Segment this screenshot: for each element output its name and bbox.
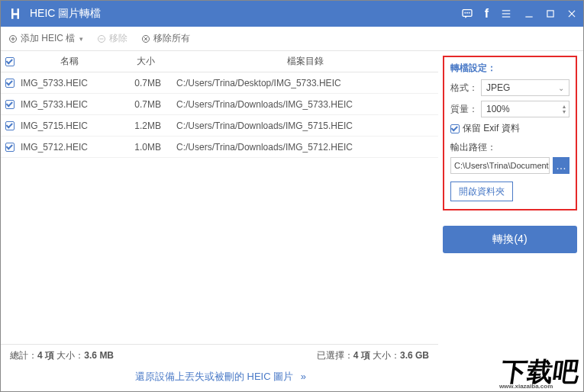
svg-point-3 xyxy=(469,12,469,13)
table-row[interactable]: IMG_5733.HEIC0.7MBC:/Users/Trina/Downloa… xyxy=(1,94,438,115)
spinner-arrows-icon[interactable]: ▴▾ xyxy=(563,104,566,114)
header-path[interactable]: 檔案目錄 xyxy=(172,55,438,68)
row-path: C:/Users/Trina/Desktop/IMG_5733.HEIC xyxy=(172,78,438,88)
quality-value: 100% xyxy=(486,104,563,114)
toolbar: 添加 HEIC 檔 ▾ 移除 移除所有 xyxy=(1,27,583,51)
settings-panel: 轉檔設定： 格式： JPEG ⌄ 質量： 100% ▴▾ xyxy=(438,51,583,391)
row-checkbox[interactable] xyxy=(5,79,15,88)
row-size: 1.2MB xyxy=(120,120,172,131)
row-path: C:/Users/Trina/Downloads/IMG_5712.HEIC xyxy=(172,142,438,153)
chevron-right-icon: » xyxy=(301,371,304,382)
quality-label: 質量： xyxy=(450,103,478,116)
convert-label: 轉換(4) xyxy=(492,233,527,246)
open-folder-button[interactable]: 開啟資料夾 xyxy=(450,182,513,201)
table-header: 名稱 大小 檔案目錄 xyxy=(1,51,438,72)
exif-label: 保留 Exif 資料 xyxy=(463,122,520,135)
facebook-icon[interactable]: f xyxy=(485,7,489,21)
file-list-panel: 名稱 大小 檔案目錄 IMG_5733.HEIC0.7MBC:/Users/Tr… xyxy=(1,51,438,391)
format-value: JPEG xyxy=(486,82,558,93)
chevron-down-icon: ⌄ xyxy=(558,84,564,92)
remove-all-button[interactable]: 移除所有 xyxy=(141,32,190,45)
titlebar: HEIC 圖片轉檔 f xyxy=(1,1,583,27)
close-button[interactable] xyxy=(566,8,577,19)
row-size: 1.0MB xyxy=(120,142,172,153)
row-size: 0.7MB xyxy=(120,78,172,88)
format-select[interactable]: JPEG ⌄ xyxy=(481,79,569,96)
chevron-down-icon: ▾ xyxy=(79,35,83,43)
quality-spinner[interactable]: 100% ▴▾ xyxy=(481,101,569,117)
table-row[interactable]: IMG_5715.HEIC1.2MBC:/Users/Trina/Downloa… xyxy=(1,115,438,137)
row-name: IMG_5712.HEIC xyxy=(19,142,120,153)
svg-point-2 xyxy=(466,12,467,13)
maximize-button[interactable] xyxy=(545,8,556,19)
recover-link[interactable]: 還原設備上丟失或被刪的 HEIC 圖片 » xyxy=(1,364,438,391)
header-name[interactable]: 名稱 xyxy=(19,55,120,68)
status-bar: 總計：4 項 大小：3.6 MB 已選擇：4 項 大小：3.6 GB xyxy=(1,344,438,364)
minimize-button[interactable] xyxy=(524,8,534,19)
status-total: 總計：4 項 大小：3.6 MB xyxy=(10,349,114,362)
exif-checkbox[interactable] xyxy=(450,124,460,133)
row-path: C:/Users/Trina/Downloads/IMG_5733.HEIC xyxy=(172,99,438,110)
format-label: 格式： xyxy=(450,82,478,95)
remove-button: 移除 xyxy=(97,32,127,45)
remove-label: 移除 xyxy=(109,32,127,45)
add-file-button[interactable]: 添加 HEIC 檔 ▾ xyxy=(8,32,83,45)
feedback-icon[interactable] xyxy=(460,8,474,20)
row-checkbox[interactable] xyxy=(5,100,15,109)
svg-rect-8 xyxy=(547,11,553,17)
settings-box: 轉檔設定： 格式： JPEG ⌄ 質量： 100% ▴▾ xyxy=(443,56,577,210)
browse-button[interactable]: … xyxy=(553,157,569,174)
row-checkbox[interactable] xyxy=(5,121,15,130)
recover-label: 還原設備上丟失或被刪的 HEIC 圖片 xyxy=(135,371,293,382)
add-file-label: 添加 HEIC 檔 xyxy=(21,32,75,45)
app-window: HEIC 圖片轉檔 f 添加 HEIC 檔 ▾ xyxy=(0,0,584,392)
menu-icon[interactable] xyxy=(499,8,513,19)
table-row[interactable]: IMG_5733.HEIC0.7MBC:/Users/Trina/Desktop… xyxy=(1,72,438,94)
app-title: HEIC 圖片轉檔 xyxy=(30,7,460,21)
table-row[interactable]: IMG_5712.HEIC1.0MBC:/Users/Trina/Downloa… xyxy=(1,137,438,158)
app-logo-icon xyxy=(7,5,24,22)
row-size: 0.7MB xyxy=(120,99,172,110)
select-all-checkbox[interactable] xyxy=(5,57,15,66)
output-label: 輸出路徑： xyxy=(450,141,569,154)
output-path-input[interactable]: C:\Users\Trina\Documents\ xyxy=(450,157,550,174)
table-body: IMG_5733.HEIC0.7MBC:/Users/Trina/Desktop… xyxy=(1,72,438,344)
convert-button[interactable]: 轉換(4) xyxy=(443,226,577,253)
row-name: IMG_5733.HEIC xyxy=(19,99,120,110)
header-size[interactable]: 大小 xyxy=(120,55,172,68)
row-checkbox[interactable] xyxy=(5,143,15,152)
remove-all-label: 移除所有 xyxy=(153,32,190,45)
row-path: C:/Users/Trina/Downloads/IMG_5715.HEIC xyxy=(172,120,438,131)
row-name: IMG_5733.HEIC xyxy=(19,78,120,88)
row-name: IMG_5715.HEIC xyxy=(19,120,120,131)
settings-title: 轉檔設定： xyxy=(450,62,569,75)
svg-point-1 xyxy=(465,12,466,13)
status-selected: 已選擇：4 項 大小：3.6 GB xyxy=(317,349,429,362)
watermark: 下载吧 www.xiazaiba.com xyxy=(498,360,580,390)
